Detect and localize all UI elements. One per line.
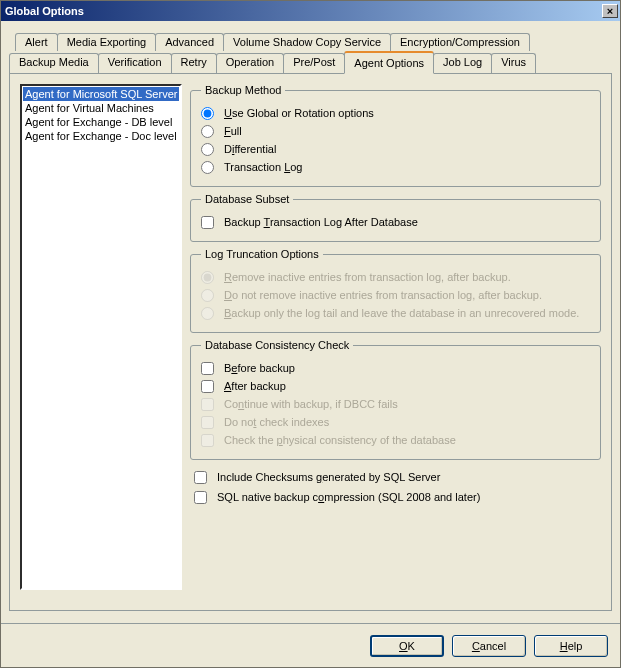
option-label: Do not check indexes [224,413,329,431]
option-row: Backup only the log tail and leave the d… [201,304,590,322]
option-label: Backup only the log tail and leave the d… [224,304,579,322]
option-row[interactable]: Before backup [201,359,590,377]
option-label: Remove inactive entries from transaction… [224,268,511,286]
list-item[interactable]: Agent for Virtual Machines [23,101,179,115]
option-label: Backup Transaction Log After Database [224,213,418,231]
checkbox-input[interactable] [194,491,207,504]
tab-pre-post[interactable]: Pre/Post [283,53,345,73]
cancel-button[interactable]: Cancel [452,635,526,657]
global-options-window: Global Options × AlertMedia ExportingAdv… [0,0,621,668]
radio-input[interactable] [201,125,214,138]
checkbox-input [201,434,214,447]
tab-alert[interactable]: Alert [15,33,58,51]
option-label: Include Checksums generated by SQL Serve… [217,468,440,486]
checkbox-input[interactable] [194,471,207,484]
list-item[interactable]: Agent for Exchange - Doc level [23,129,179,143]
checkbox-input[interactable] [201,216,214,229]
radio-input [201,289,214,302]
option-label: Do not remove inactive entries from tran… [224,286,542,304]
group-backup-method: Backup Method Use Global or Rotation opt… [190,84,601,187]
titlebar: Global Options × [1,1,620,21]
client-area: AlertMedia ExportingAdvancedVolume Shado… [1,21,620,617]
agent-options-pane: Backup Method Use Global or Rotation opt… [190,84,601,600]
tab-encryption-compression[interactable]: Encryption/Compression [390,33,530,51]
group-legend: Database Subset [201,193,293,205]
option-row[interactable]: Full [201,122,590,140]
radio-input[interactable] [201,107,214,120]
option-row[interactable]: Backup Transaction Log After Database [201,213,590,231]
option-row: Do not check indexes [201,413,590,431]
tab-job-log[interactable]: Job Log [433,53,492,73]
help-button[interactable]: Help [534,635,608,657]
option-label: Continue with backup, if DBCC fails [224,395,398,413]
tab-operation[interactable]: Operation [216,53,284,73]
agent-listbox[interactable]: Agent for Microsoft SQL ServerAgent for … [20,84,182,590]
tab-retry[interactable]: Retry [171,53,217,73]
checkbox-input [201,398,214,411]
option-label: After backup [224,377,286,395]
group-log-truncation: Log Truncation Options Remove inactive e… [190,248,601,333]
checkbox-input [201,416,214,429]
option-row[interactable]: Use Global or Rotation options [201,104,590,122]
option-row: Continue with backup, if DBCC fails [201,395,590,413]
tab-agent-options[interactable]: Agent Options [344,51,434,74]
tab-strip: AlertMedia ExportingAdvancedVolume Shado… [9,31,612,73]
close-button[interactable]: × [602,4,618,18]
option-label: Differential [224,140,276,158]
radio-input [201,271,214,284]
option-row[interactable]: Transaction Log [201,158,590,176]
group-database-consistency-check: Database Consistency Check Before backup… [190,339,601,460]
radio-input[interactable] [201,143,214,156]
group-database-subset: Database Subset Backup Transaction Log A… [190,193,601,242]
option-row: Check the physical consistency of the da… [201,431,590,449]
option-label: Before backup [224,359,295,377]
option-row[interactable]: After backup [201,377,590,395]
close-icon: × [607,5,613,17]
option-row[interactable]: SQL native backup compression (SQL 2008 … [194,488,599,506]
group-legend: Database Consistency Check [201,339,353,351]
tab-volume-shadow-copy-service[interactable]: Volume Shadow Copy Service [223,33,391,51]
option-row: Do not remove inactive entries from tran… [201,286,590,304]
tab-media-exporting[interactable]: Media Exporting [57,33,157,51]
ok-button[interactable]: OK [370,635,444,657]
tab-advanced[interactable]: Advanced [155,33,224,51]
radio-input [201,307,214,320]
checkbox-input[interactable] [201,362,214,375]
list-item[interactable]: Agent for Exchange - DB level [23,115,179,129]
checkbox-input[interactable] [201,380,214,393]
option-label: Use Global or Rotation options [224,104,374,122]
tab-verification[interactable]: Verification [98,53,172,73]
window-title: Global Options [5,5,602,17]
option-row: Remove inactive entries from transaction… [201,268,590,286]
option-label: Transaction Log [224,158,303,176]
option-label: SQL native backup compression (SQL 2008 … [217,488,480,506]
option-row[interactable]: Differential [201,140,590,158]
free-options: Include Checksums generated by SQL Serve… [190,466,601,506]
tab-panel-agent-options: Agent for Microsoft SQL ServerAgent for … [9,73,612,611]
option-row[interactable]: Include Checksums generated by SQL Serve… [194,468,599,486]
list-item[interactable]: Agent for Microsoft SQL Server [23,87,179,101]
group-legend: Backup Method [201,84,285,96]
tab-virus[interactable]: Virus [491,53,536,73]
group-legend: Log Truncation Options [201,248,323,260]
dialog-button-bar: OK Cancel Help [1,623,620,667]
tab-backup-media[interactable]: Backup Media [9,53,99,73]
radio-input[interactable] [201,161,214,174]
option-label: Full [224,122,242,140]
option-label: Check the physical consistency of the da… [224,431,456,449]
